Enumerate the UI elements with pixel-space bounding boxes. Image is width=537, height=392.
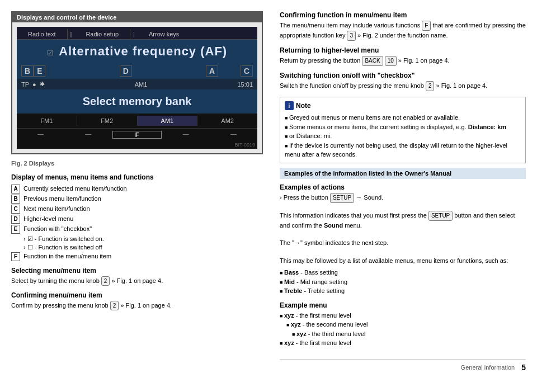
label-A: A	[206, 65, 218, 77]
display-list: A Currently selected menu item/function …	[11, 185, 263, 261]
example-menu-list: xyz - the first menu level xyz - the sec…	[280, 311, 526, 348]
sound-bold: Sound	[324, 222, 343, 229]
body1-end: menu.	[345, 222, 362, 229]
preset-am2[interactable]: AM2	[197, 116, 257, 126]
selecting-suffix: » Fig. 1 on page 4.	[111, 277, 163, 284]
note-item-3: or Distance: mi.	[285, 131, 521, 141]
device-box-title: Displays and control of the device	[12, 12, 262, 22]
confirming1-suffix: » Fig. 1 on page 4.	[120, 302, 172, 309]
note-list: Greyed out menus or menu items are not e…	[285, 113, 521, 159]
examples-action1: › Press the button SETUP → Sound.	[280, 193, 526, 203]
confirm-func-key2: 3	[347, 31, 356, 41]
af-checkbox-icon: ☑	[47, 49, 54, 57]
display-section: Display of menus, menu items and functio…	[11, 173, 263, 261]
tab-separator1: |	[68, 29, 75, 39]
badge-E: E	[11, 225, 20, 234]
switch-suffix: » Fig. 1 on page 4.	[436, 82, 488, 89]
item-A-text: Currently selected menu item/function	[23, 185, 127, 193]
confirm-func-body: The menu/menu item may include various f…	[280, 21, 526, 41]
example-mid: Mid - Mid range setting	[280, 277, 526, 287]
screen-tab-arrow-keys[interactable]: Arrow keys	[138, 29, 190, 39]
examples-body1: This information indicates that you must…	[280, 211, 526, 231]
display-item-E: E Function with "checkbox"	[11, 225, 263, 234]
note-item-2: Some menus or menu items, the current se…	[285, 122, 521, 132]
label-C: C	[241, 65, 253, 77]
screen-presets: FM1 FM2 AM1 AM2	[17, 114, 257, 128]
screen-f-row: — — F — —	[17, 128, 257, 141]
display-item-D: D Higher-level menu	[11, 215, 263, 224]
confirm-func-title: Confirming function in menu/menu item	[280, 11, 526, 19]
body1-pre: This information indicates that you must…	[280, 212, 427, 219]
confirming1-section: Confirming menu/menu item Confirm by pre…	[11, 291, 263, 310]
display-item-F: F Function in the menu/menu item	[11, 252, 263, 261]
badge-C: C	[11, 205, 20, 214]
item-B-text: Previous menu item/function	[23, 195, 101, 203]
note-icon: i	[285, 101, 294, 110]
note-label: Note	[296, 101, 311, 111]
screen-labels-row: B E D A C	[17, 63, 257, 79]
fig-label: Displays	[29, 160, 54, 167]
return-text: Return by pressing the button	[280, 57, 360, 64]
examples-body2: The "→" symbol indicates the next step.	[280, 238, 526, 248]
badge-A: A	[11, 185, 20, 193]
examples-body3: This may be followed by a list of availa…	[280, 256, 526, 266]
confirming1-title: Confirming menu/menu item	[11, 291, 263, 299]
page-number: 5	[521, 363, 526, 372]
status-bt: ✱	[40, 81, 45, 88]
status-time: 15:01	[237, 81, 253, 88]
note-bold: Distance: km	[468, 124, 506, 130]
action1-post: → Sound.	[356, 194, 383, 201]
examples-title: Examples of the information listed in th…	[284, 170, 521, 177]
f-slot-2: —	[64, 130, 112, 139]
sub-item-checked: ☑ - Function is switched on.	[23, 235, 263, 243]
status-tp: TP	[21, 81, 29, 88]
examples-actions-section: Examples of actions › Press the button S…	[280, 183, 526, 296]
badge-F: F	[11, 252, 20, 261]
screen-tabs: Radio text | Radio setup | Arrow keys	[17, 27, 257, 40]
setup-btn: SETUP	[330, 193, 354, 203]
return-num: 10	[385, 56, 397, 66]
screen-tab-radio-text[interactable]: Radio text	[17, 29, 68, 39]
badge-D: D	[11, 215, 20, 224]
confirm-func-suffix: » Fig. 2 under the function name.	[357, 32, 447, 39]
example-menu-title: Example menu	[280, 301, 526, 309]
note-item-1: Greyed out menus or menu items are not e…	[285, 113, 521, 122]
label-D: D	[120, 65, 132, 77]
display-item-C: C Next menu item/function	[11, 205, 263, 214]
footer-text: General information	[461, 364, 515, 371]
examples-actions-title: Examples of actions	[280, 183, 526, 191]
menu-level1: xyz - the second menu level	[286, 320, 526, 329]
setup-btn2: SETUP	[428, 211, 453, 221]
menu-level0-2: xyz - the first menu level	[280, 338, 526, 348]
item-E-text: Function with "checkbox"	[23, 225, 92, 233]
note-title: i Note	[285, 101, 521, 111]
preset-fm1[interactable]: FM1	[17, 116, 77, 126]
example-treble: Treble - Treble setting	[280, 286, 526, 296]
menu-level2: xyz - the third menu level	[292, 329, 526, 339]
confirming1-text: Confirm by pressing the menu knob	[11, 302, 109, 309]
preset-fm2[interactable]: FM2	[77, 116, 138, 126]
badge-B: B	[11, 195, 20, 204]
fig-number: Fig. 2	[11, 160, 27, 167]
fig-caption: Fig. 2 Displays	[11, 159, 263, 168]
screen-main: ☑ Alternative frequency (AF)	[17, 40, 257, 63]
switch-body: Switch the function on/off by pressing t…	[280, 81, 526, 91]
item-F-text: Function in the menu/menu item	[23, 252, 111, 261]
return-suffix: » Fig. 1 on page 4.	[398, 57, 450, 64]
confirming1-knob: 2	[110, 301, 119, 310]
switch-section: Switching function on/off with "checkbox…	[280, 72, 526, 91]
switch-text: Switch the function on/off by pressing t…	[280, 82, 424, 89]
switch-title: Switching function on/off with "checkbox…	[280, 72, 526, 79]
confirm-func-section: Confirming function in menu/menu item Th…	[280, 11, 526, 41]
screen-tab-radio-setup[interactable]: Radio setup	[74, 29, 130, 39]
f-slot-active[interactable]: F	[112, 131, 161, 139]
return-section: Returning to higher-level menu Return by…	[280, 46, 526, 66]
selecting-knob: 2	[101, 276, 110, 286]
selecting-body: Select by turning the menu knob 2 » Fig.…	[11, 276, 263, 286]
screen-status-bar: TP ● ✱ AM1 15:01	[17, 79, 257, 89]
note-box: i Note Greyed out menus or menu items ar…	[280, 97, 526, 163]
return-body: Return by pressing the button BACK 10 » …	[280, 56, 526, 66]
return-title: Returning to higher-level menu	[280, 46, 526, 54]
preset-am1[interactable]: AM1	[138, 116, 198, 126]
screen-status-left: TP ● ✱	[21, 81, 45, 88]
